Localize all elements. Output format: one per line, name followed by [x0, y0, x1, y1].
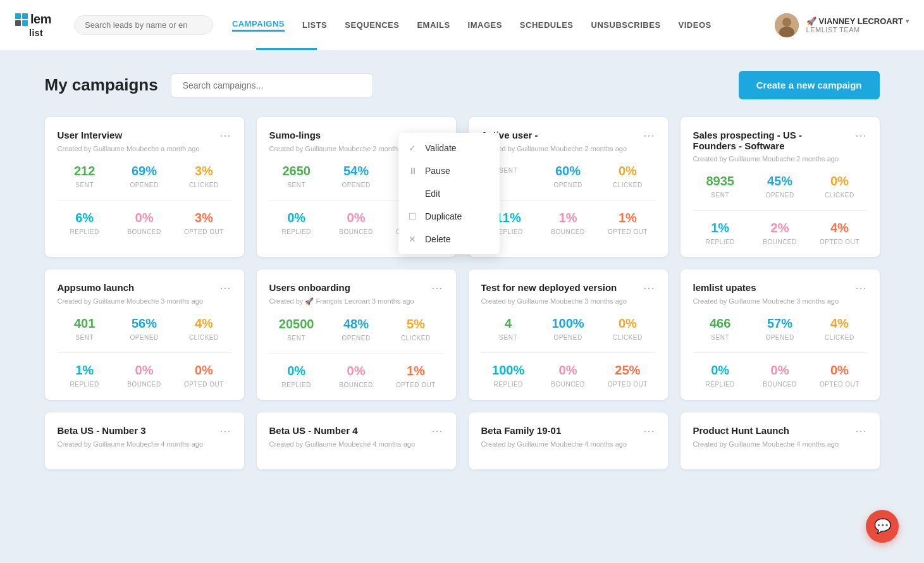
menu-item-edit[interactable]: Edit [398, 182, 500, 205]
card-menu-button[interactable]: ··· [855, 282, 866, 294]
nav-images[interactable]: IMAGES [468, 20, 502, 30]
nav-emails[interactable]: EMAILS [417, 20, 450, 30]
user-name: 🚀 VIANNEY LECROART ▾ [806, 16, 909, 26]
campaign-title: Sales prospecting - US - Founders - Soft… [693, 130, 845, 151]
card-menu-button[interactable]: ··· [219, 425, 231, 436]
card-menu-button[interactable]: ··· [643, 130, 655, 141]
chevron-down-icon[interactable]: ▾ [906, 18, 909, 25]
stat-opted-out: 25% OPTED OUT [600, 363, 655, 389]
card-header: Sales prospecting - US - Founders - Soft… [693, 130, 867, 151]
stat-sent-label: SENT [499, 167, 517, 174]
stat-replied: 0% REPLIED [693, 363, 748, 389]
stat-opted-out-value: 3% [176, 211, 231, 225]
search-input[interactable] [74, 15, 213, 35]
search-campaigns-input[interactable] [171, 73, 373, 97]
card-stats: 4 SENT 100% OPENED 0% CLICKED 100% REPLI… [481, 316, 655, 389]
stat-opened-value: 56% [117, 316, 171, 331]
stat-opened-value: 100% [541, 316, 595, 331]
stat-replied-label: REPLIED [494, 381, 523, 388]
card-menu-button[interactable]: ··· [219, 282, 231, 294]
user-team: LEMLIST TEAM [806, 26, 909, 34]
chat-icon: 💬 [874, 518, 891, 535]
delete-icon: ✕ [409, 234, 419, 244]
card-stats: 466 SENT 57% OPENED 4% CLICKED 0% REPLIE… [693, 316, 867, 389]
stat-opted-out: 0% OPTED OUT [176, 363, 231, 389]
stat-clicked-value: 5% [388, 317, 443, 331]
stat-opted-out-label: OPTED OUT [184, 228, 224, 235]
campaign-card: User Interview ··· Created by Guillaume … [45, 117, 244, 257]
campaign-subtitle: Created by Guillaume Moubeche 3 months a… [481, 297, 655, 305]
campaign-subtitle: Created by Guillaume Moubeche 3 months a… [693, 297, 867, 305]
stat-replied: 0% REPLIED [269, 364, 324, 390]
stat-opened-value: 60% [541, 164, 595, 178]
stat-sent-label: SENT [75, 182, 94, 189]
stat-opened: 69% OPENED [117, 164, 171, 190]
menu-item-duplicate[interactable]: ☐ Duplicate [398, 205, 500, 228]
stat-clicked-label: CLICKED [401, 335, 431, 342]
stat-sent-label: SENT [499, 334, 517, 341]
stat-sent-value: 212 [58, 164, 112, 178]
stat-clicked-label: CLICKED [189, 182, 219, 189]
chat-fab[interactable]: 💬 [866, 510, 899, 543]
stat-bounced-value: 0% [753, 363, 807, 378]
stat-clicked-value: 4% [812, 316, 866, 331]
stat-opened-label: OPENED [130, 182, 158, 189]
campaign-card: Beta US - Number 4 ··· Created by Guilla… [257, 412, 456, 469]
create-campaign-button[interactable]: Create a new campaign [739, 71, 880, 99]
avatar [775, 13, 799, 37]
nav-lists[interactable]: LISTS [302, 20, 327, 30]
card-menu-button[interactable]: ··· [855, 425, 866, 436]
campaign-card: Sales prospecting - US - Founders - Soft… [681, 117, 880, 257]
card-stats: 401 SENT 56% OPENED 4% CLICKED 1% REPLIE… [58, 316, 231, 389]
stat-opted-out-value: 4% [812, 221, 866, 235]
stat-replied: 1% REPLIED [693, 221, 748, 247]
stat-sent-value: 466 [693, 316, 748, 331]
menu-item-delete[interactable]: ✕ Delete [398, 228, 500, 251]
stat-sent: 466 SENT [693, 316, 748, 342]
card-menu-button[interactable]: ··· [855, 130, 866, 141]
campaign-card: Appsumo launch ··· Created by Guillaume … [45, 269, 244, 400]
stat-opened: 56% OPENED [117, 316, 171, 342]
card-menu-button[interactable]: ··· [219, 130, 231, 141]
menu-item-pause[interactable]: ⏸ Pause [398, 159, 500, 182]
stat-opened-value: 45% [753, 174, 807, 189]
menu-label-pause: Pause [425, 166, 450, 176]
campaign-title: Beta Family 19-01 [481, 425, 562, 436]
campaign-title: User Interview [58, 130, 123, 140]
campaign-subtitle: Created by Guillaume Moubeche 2 months a… [481, 145, 655, 152]
stat-opened-label: OPENED [765, 334, 794, 341]
stat-bounced: 0% BOUNCED [753, 363, 807, 389]
nav-videos[interactable]: VIDEOS [679, 20, 711, 30]
menu-item-validate[interactable]: ✓ Validate [398, 137, 500, 159]
nav-campaigns[interactable]: CAMPAIGNS [232, 19, 285, 32]
stat-opened: 100% OPENED [541, 316, 595, 342]
card-menu-button[interactable]: ··· [643, 282, 655, 294]
logo[interactable]: lem list [15, 12, 51, 38]
campaign-card: Beta Family 19-01 ··· Created by Guillau… [469, 412, 668, 469]
card-menu-button[interactable]: ··· [431, 425, 443, 436]
stat-opened-value: 69% [117, 164, 171, 178]
stat-replied: 6% REPLIED [58, 211, 112, 237]
card-menu-button[interactable]: ··· [643, 425, 655, 436]
nav-sequences[interactable]: SEQUENCES [345, 20, 399, 30]
menu-label-delete: Delete [425, 234, 450, 244]
card-menu-button[interactable]: ··· [431, 282, 443, 294]
stat-opened-label: OPENED [130, 334, 158, 341]
stat-replied-value: 1% [58, 363, 112, 378]
stat-sent-label: SENT [287, 335, 305, 342]
stat-opted-out: 3% OPTED OUT [176, 211, 231, 237]
menu-label-duplicate: Duplicate [425, 211, 462, 221]
nav-unsubscribes[interactable]: UNSUBSCRIBES [591, 20, 661, 30]
stat-clicked-value: 0% [600, 316, 655, 331]
campaign-title: lemlist upates [693, 282, 756, 293]
stat-sent: 212 SENT [58, 164, 112, 190]
campaign-card: Beta US - Number 3 ··· Created by Guilla… [45, 412, 244, 469]
stat-bounced: 2% BOUNCED [753, 221, 807, 247]
campaign-title: Sumo-lings [269, 130, 321, 140]
nav-schedules[interactable]: SCHEDULES [520, 20, 574, 30]
stat-sent-value: 2650 [269, 164, 324, 178]
stat-replied-label: REPLIED [70, 228, 99, 235]
stat-opened: 54% OPENED [329, 164, 383, 190]
stat-clicked: 0% CLICKED [812, 174, 866, 200]
campaign-title: Beta US - Number 4 [269, 425, 358, 436]
